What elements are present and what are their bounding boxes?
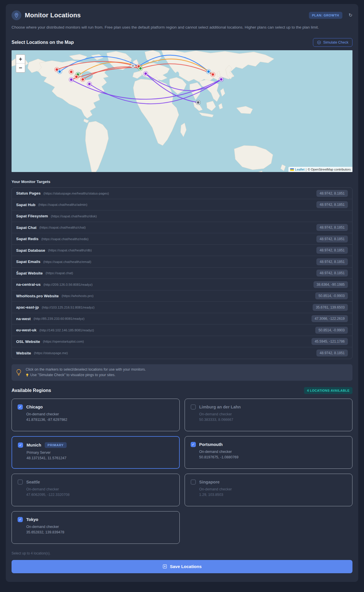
region-coords: 50.8197675, -1.0880769 — [199, 455, 347, 459]
region-coords: 35.652832, 139.839478 — [26, 530, 174, 534]
region-name: Tokyo — [26, 517, 38, 522]
locations-available-badge: 4 LOCATIONS AVAILABLE — [304, 387, 352, 394]
regions-title: Available Regions — [12, 388, 51, 393]
region-card[interactable]: Tokyo On-demand checker 35.652832, 139.8… — [12, 511, 180, 544]
target-row: Šapat Website (https://sapat.chat) 48.97… — [12, 268, 352, 279]
page-description: Choose where your distributed monitors w… — [12, 24, 352, 31]
region-coords: 1.29, 103.8503 — [199, 493, 347, 497]
target-row: OSL Website (https://openstartuplist.com… — [12, 336, 352, 348]
target-coords-badge: 48.9742, 8.1851 — [316, 350, 348, 356]
target-coords-badge: 48.9742, 8.1851 — [316, 190, 348, 197]
plan-badge: PLAN: GROWTH — [309, 12, 342, 19]
region-checkbox[interactable] — [18, 479, 23, 485]
region-checkbox[interactable] — [18, 404, 23, 410]
monitor-locations-panel: Monitor Locations PLAN: GROWTH ↻ Choose … — [6, 4, 358, 582]
target-url: (https://statuspage.me) — [34, 351, 68, 355]
region-name: Portsmouth — [199, 442, 223, 447]
tip-line-1: Click on the markers to select/deselect … — [26, 367, 146, 372]
save-locations-button[interactable]: Save Locations — [12, 560, 352, 573]
region-card[interactable]: Chicago On-demand checker 41.8781136, -8… — [12, 399, 180, 431]
target-name: Sapat Emails — [16, 259, 40, 264]
region-card[interactable]: Seattle On-demand checker 47.6062095, -1… — [12, 474, 180, 506]
region-coords: 50.383333, 8.066667 — [199, 418, 347, 422]
target-url: (http://209.126.0.56:8081/readyz) — [44, 283, 93, 286]
target-url: (https://whohosts.pro) — [62, 294, 94, 298]
target-url: (https://sapat.chat/healthz/disk) — [51, 214, 97, 218]
target-coords-badge: 48.9742, 8.1851 — [316, 224, 348, 231]
region-card[interactable]: Singapore On-demand checker 1.29, 103.85… — [185, 474, 353, 506]
target-url: (https://openstartuplist.com) — [43, 340, 84, 343]
region-name: Munich — [27, 443, 41, 447]
target-url: (http://149.102.146.185:8081/readyz) — [40, 328, 94, 332]
region-subtitle: On-demand checker — [26, 412, 174, 416]
region-checkbox[interactable] — [191, 479, 196, 485]
target-name: Sapat Filesystem — [16, 214, 48, 218]
select-limit-note: Select up to 4 location(s). — [12, 551, 352, 555]
target-name: Website — [16, 351, 31, 355]
target-url: (https://sapat.chat) — [46, 271, 73, 275]
tip-box: Click on the markers to select/deselect … — [12, 364, 352, 381]
region-subtitle: On-demand checker — [199, 450, 347, 454]
map-zoom-control: + − — [16, 54, 25, 73]
region-subtitle: Primary Server — [27, 451, 173, 455]
world-map[interactable]: + − Leaflet | © OpenStreetMap contributo… — [12, 50, 352, 172]
refresh-icon[interactable]: ↻ — [349, 13, 352, 18]
target-name: Šapat Website — [16, 271, 43, 275]
target-url: (https://sapat.chat/healthz/chat) — [40, 226, 86, 229]
target-name: WhoHosts.pro Website — [16, 294, 59, 298]
region-coords: 41.8781136, -87.6297982 — [26, 418, 174, 422]
target-row: Sapat Hub (https://sapat.chat/healthz/ad… — [12, 199, 352, 211]
lightbulb-icon — [16, 369, 22, 376]
region-name: Limburg an der Lahn — [199, 405, 241, 409]
save-icon — [162, 564, 167, 569]
zoom-out-button[interactable]: − — [16, 64, 25, 72]
target-coords-badge: 48.9742, 8.1851 — [316, 201, 348, 208]
region-subtitle: On-demand checker — [199, 487, 347, 491]
ukraine-flag-icon — [290, 168, 294, 171]
region-coords: 47.6062095, -122.3320708 — [26, 493, 174, 497]
osm-attribution: © OpenStreetMap contributors — [308, 168, 351, 171]
region-subtitle: On-demand checker — [26, 525, 174, 529]
target-url: (https://sapat.chat/healthz/redis) — [41, 237, 89, 241]
target-name: na-central-us — [16, 282, 41, 287]
target-name: Status Pages — [16, 191, 41, 195]
target-coords-badge: 48.9742, 8.1851 — [316, 236, 348, 242]
simulate-check-button[interactable]: Simulate Check — [313, 38, 352, 47]
region-checkbox[interactable] — [191, 442, 196, 447]
play-circle-icon — [317, 40, 321, 44]
tip-line-2: Use "Simulate Check" to visualize pings … — [30, 372, 115, 378]
region-name: Singapore — [199, 480, 220, 484]
zoom-in-button[interactable]: + — [16, 55, 25, 64]
target-url: (https://sapat.chat/healthz/email) — [43, 260, 91, 264]
target-coords-badge: 50.8514, -0.9903 — [315, 327, 348, 334]
region-name: Chicago — [26, 405, 43, 409]
region-card[interactable]: Limburg an der Lahn On-demand checker 50… — [185, 399, 353, 431]
target-url: (http://85.239.233.60:8081/readyz) — [33, 317, 84, 320]
region-checkbox[interactable] — [18, 442, 23, 448]
targets-list: Status Pages (https://statuspage.me/heal… — [12, 187, 352, 359]
region-subtitle: On-demand checker — [26, 487, 174, 491]
target-name: Sapat Redis — [16, 237, 38, 241]
target-row: Website (https://statuspage.me) 48.9742,… — [12, 347, 352, 359]
target-row: WhoHosts.pro Website (https://whohosts.p… — [12, 290, 352, 302]
header: Monitor Locations PLAN: GROWTH ↻ — [12, 10, 352, 20]
region-coords: 48.1371541, 11.5761247 — [27, 456, 173, 460]
target-coords-badge: 50.8514, -0.9903 — [315, 292, 348, 299]
region-checkbox[interactable] — [191, 404, 196, 410]
region-name: Seattle — [26, 480, 40, 484]
region-card[interactable]: Munich PRIMARY Primary Server 48.1371541… — [12, 436, 180, 469]
leaflet-link[interactable]: Leaflet — [295, 168, 305, 171]
target-coords-badge: 45.5945, -121.1786 — [312, 338, 348, 345]
target-name: na-west — [16, 317, 31, 321]
target-url: (http://103.125.216.51:8081/readyz) — [42, 306, 95, 309]
target-row: apac-east-jp (http://103.125.216.51:8081… — [12, 302, 352, 313]
target-name: eu-west-uk — [16, 328, 37, 332]
region-card[interactable]: Portsmouth On-demand checker 50.8197675,… — [185, 436, 353, 469]
target-row: na-central-us (http://209.126.0.56:8081/… — [12, 279, 352, 290]
target-name: OSL Website — [16, 339, 40, 344]
map-section-title: Select Locations on the Map — [12, 40, 74, 45]
regions-grid: Chicago On-demand checker 41.8781136, -8… — [12, 399, 352, 544]
region-checkbox[interactable] — [18, 517, 23, 522]
target-coords-badge: 48.9742, 8.1851 — [316, 270, 348, 277]
page-title: Monitor Locations — [25, 12, 81, 19]
